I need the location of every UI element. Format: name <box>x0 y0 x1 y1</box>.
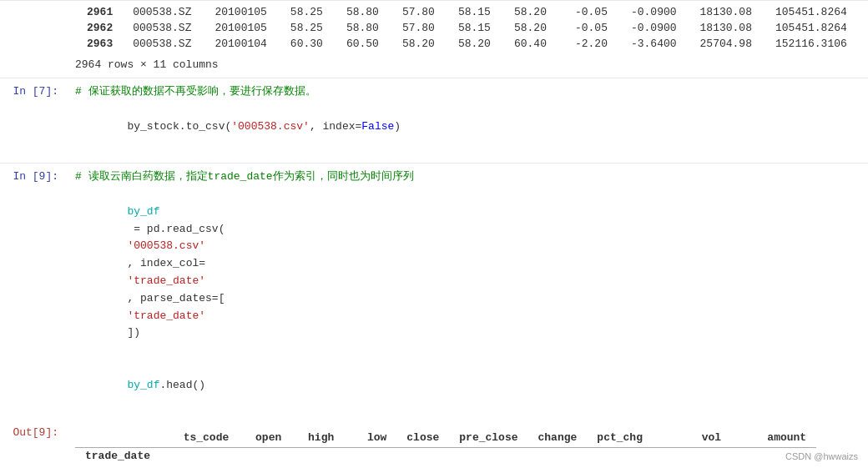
col-header-vol: vol <box>653 428 731 448</box>
code-line: by_stock.to_csv('000538.csv', index=Fals… <box>75 101 860 153</box>
code-line-9a: by_df = pd.read_csv( '000538.csv' , inde… <box>75 186 860 360</box>
table-row: 2961 000538.SZ 20100105 58.25 58.80 57.8… <box>75 4 859 20</box>
comment-line-9: # 读取云南白药数据，指定trade_date作为索引，同时也为时间序列 <box>75 169 860 186</box>
notebook: 2961 000538.SZ 20100105 58.25 58.80 57.8… <box>0 0 868 468</box>
watermark: CSDN @hwwaizs <box>785 451 858 461</box>
row-index: 2963 <box>75 36 121 52</box>
col-header-ts-code: ts_code <box>160 428 239 448</box>
code-line-9b: by_df.head() <box>75 360 860 411</box>
table-header-row: ts_code open high low close pre_close ch… <box>75 428 816 448</box>
cell-9-label: In [9]: <box>0 164 67 416</box>
table-row: 2963 000538.SZ 20100104 60.30 60.50 58.2… <box>75 36 859 52</box>
out-9-label: Out[9]: <box>0 420 67 445</box>
cell-9: In [9]: # 读取云南白药数据，指定trade_date作为索引，同时也为… <box>0 163 868 416</box>
out-9-table-container: ts_code open high low close pre_close ch… <box>67 420 868 468</box>
rows-info: 2964 rows × 11 columns <box>0 55 868 78</box>
col-header-trade-date <box>75 428 160 448</box>
col-header-low: low <box>344 428 396 448</box>
cell-7-content[interactable]: # 保证获取的数据不再受影响，要进行保存数据。 by_stock.to_csv(… <box>67 78 868 158</box>
index-col-header: trade_date <box>75 448 160 466</box>
cell-9-content[interactable]: # 读取云南白药数据，指定trade_date作为索引，同时也为时间序列 by_… <box>67 164 868 416</box>
table-row: 2962 000538.SZ 20100105 58.25 58.80 57.8… <box>75 20 859 36</box>
col-header-amount: amount <box>731 428 816 448</box>
cell-7: In [7]: # 保证获取的数据不再受影响，要进行保存数据。 by_stock… <box>0 78 868 158</box>
col-header-change: change <box>528 428 588 448</box>
index-header-row: trade_date <box>75 448 816 466</box>
cell-7-label: In [7]: <box>0 78 67 158</box>
col-header-open: open <box>239 428 291 448</box>
row-index: 2961 <box>75 4 121 20</box>
col-header-pct-chg: pct_chg <box>587 428 653 448</box>
out-9-table: ts_code open high low close pre_close ch… <box>75 428 816 468</box>
comment-line: # 保证获取的数据不再受影响，要进行保存数据。 <box>75 83 860 101</box>
out-9: Out[9]: ts_code open high low close pre_… <box>0 416 868 468</box>
col-header-close: close <box>396 428 449 448</box>
col-header-pre-close: pre_close <box>449 428 527 448</box>
row-index: 2962 <box>75 20 121 36</box>
top-data-table: 2961 000538.SZ 20100105 58.25 58.80 57.8… <box>75 4 859 52</box>
top-table-output: 2961 000538.SZ 20100105 58.25 58.80 57.8… <box>0 0 868 55</box>
col-header-high: high <box>291 428 344 448</box>
